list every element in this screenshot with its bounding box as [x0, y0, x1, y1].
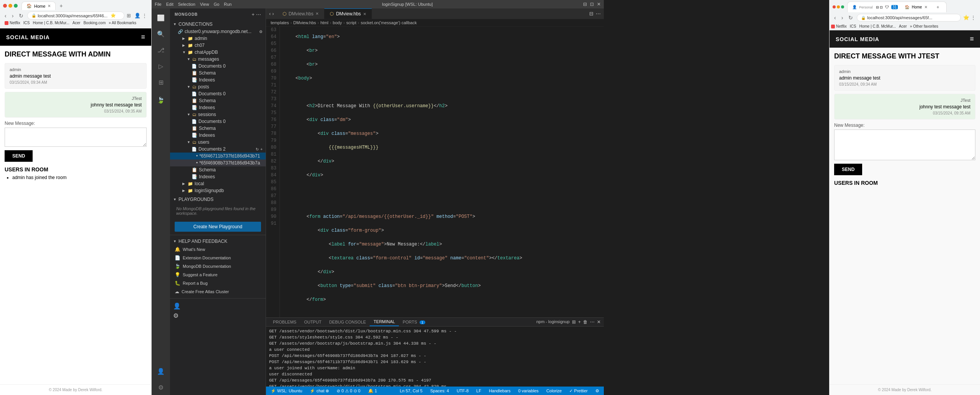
docs-messages[interactable]: 📄 Documents 0 [170, 63, 266, 70]
status-chat[interactable]: ⚡ chat ⊗ [308, 388, 331, 393]
extensions-icon[interactable]: ⊞ [127, 13, 133, 19]
tab-problems[interactable]: PROBLEMS [269, 318, 300, 326]
max-btn[interactable] [841, 5, 844, 8]
add-icon[interactable]: + [260, 147, 263, 151]
menu-go[interactable]: Go [214, 2, 220, 7]
forward-button[interactable]: › [10, 12, 15, 20]
activity-debug-icon[interactable]: ▷ [153, 58, 169, 74]
sidebar-action-icon[interactable]: + [251, 12, 255, 17]
code-content[interactable]: <html lang="en"> <br> <br> <body> <h2>Di… [280, 27, 604, 317]
refresh-icon[interactable]: ↻ [256, 147, 259, 151]
minimize-icon[interactable]: ⊟ [583, 2, 587, 7]
hamburger-menu-icon[interactable]: ≡ [970, 35, 974, 43]
help-whats-new[interactable]: 🔔 What's New [170, 245, 266, 254]
record-1[interactable]: • *65f46711b737fd186d943b71 [170, 153, 266, 159]
terminal-content[interactable]: GET /assets/vendor/bootswatch/dist/lux/b… [266, 327, 604, 387]
browser-tab-home[interactable]: 🏠 Home ✕ [21, 2, 56, 10]
settings-icon[interactable]: ⋮ [971, 15, 977, 21]
more-terminal-icon[interactable]: ⋯ [590, 319, 595, 325]
tab-home-right[interactable]: 🏠 Home ✕ [900, 3, 932, 11]
db-admin[interactable]: ▶ 📁 admin [170, 35, 266, 42]
status-errors[interactable]: ⊘ 0 ⚠ 0 ⊙ 0 [335, 388, 362, 393]
close-btn[interactable] [833, 5, 836, 8]
split-terminal-icon[interactable]: ⊞ [572, 319, 576, 325]
reload-button[interactable]: ↻ [17, 12, 25, 20]
browser-tab-home-right[interactable]: 👤 Personal ⊟ ⊡ 🛡 31 🏠 Home ✕ + [847, 2, 947, 12]
min-btn[interactable] [837, 5, 840, 8]
bookmark-all[interactable]: » All Bookmarks [109, 21, 136, 25]
close-icon[interactable]: ✕ [924, 5, 927, 9]
status-notifs[interactable]: 🔔 1 [367, 388, 378, 393]
help-suggest-feature[interactable]: 💡 Suggest a Feature [170, 271, 266, 279]
collection-users[interactable]: ▼ 🗂 users [170, 139, 266, 146]
indexes-posts[interactable]: 📑 Indexes [170, 104, 266, 111]
reload-button[interactable]: ↻ [847, 14, 854, 22]
breadcrumb-dmview[interactable]: DMview.hbs [293, 20, 316, 25]
status-ln-col[interactable]: Ln 57, Col 5 [398, 388, 424, 393]
db-ch07[interactable]: ▶ 📁 ch07 [170, 42, 266, 49]
db-chatappdb[interactable]: ▼ 📁 chatAppDB [170, 49, 266, 56]
activity-account-icon[interactable]: 👤 [153, 363, 169, 379]
breadcrumb-body[interactable]: body [333, 20, 342, 25]
bookmark-acer[interactable]: Acer [73, 21, 81, 25]
playgrounds-header[interactable]: ▼ PLAYGROUNDS [170, 196, 266, 203]
indexes-sessions[interactable]: 📑 Indexes [170, 132, 266, 139]
more-actions-icon[interactable]: ⋯ [596, 11, 601, 17]
settings-icon-item[interactable]: ⚙ [170, 311, 266, 320]
close-terminal-icon[interactable]: ✕ [597, 319, 601, 325]
tab-close-icon[interactable]: ✕ [363, 12, 366, 16]
activity-explorer-icon[interactable]: ⬜ [153, 10, 169, 25]
connections-header[interactable]: ▼ CONNECTIONS [170, 20, 266, 28]
status-colorize[interactable]: Colorize [545, 388, 563, 393]
menu-file[interactable]: File [155, 2, 162, 7]
activity-settings-icon[interactable]: ⚙ [153, 380, 169, 395]
docs-posts[interactable]: 📄 Documents 0 [170, 90, 266, 97]
breadcrumb-script[interactable]: script [346, 20, 356, 25]
forward-icon[interactable]: › [272, 11, 274, 17]
new-tab-button[interactable]: + [57, 2, 65, 10]
tab-output[interactable]: OUTPUT [300, 318, 325, 326]
maximize-icon[interactable]: ⊡ [590, 2, 594, 7]
status-variables[interactable]: 0 variables [517, 388, 540, 393]
breadcrumb-templates[interactable]: templates [271, 20, 289, 25]
add-terminal-icon[interactable]: + [578, 319, 581, 325]
close-icon[interactable]: ✕ [48, 4, 51, 8]
activity-search-icon[interactable]: 🔍 [153, 26, 169, 41]
bookmark-booking[interactable]: Booking.com [83, 21, 106, 25]
star-icon[interactable]: ⭐ [963, 15, 969, 21]
tab-debug[interactable]: DEBUG CONSOLE [325, 318, 370, 326]
create-playground-button[interactable]: Create New Playground [175, 222, 261, 232]
address-bar[interactable]: 🔒 localhost:3000/api/messages/65f46... ⭐ [27, 12, 124, 20]
connection-item[interactable]: 🔗 cluster0.ynuwarp.mongodb.net... ⚙ [170, 28, 266, 35]
bookmark-netflix[interactable]: Netflix [5, 21, 20, 25]
bookmark-home[interactable]: Home | C.B. McMur... [33, 21, 69, 25]
sidebar-overflow-icon[interactable]: ⋯ [256, 12, 261, 17]
collection-posts[interactable]: ▼ 🗂 posts [170, 83, 266, 90]
close-icon[interactable]: ✕ [597, 2, 601, 7]
menu-view[interactable]: View [200, 2, 209, 7]
bookmark-acer[interactable]: Acer [899, 24, 907, 28]
docs-sessions[interactable]: 📄 Documents 0 [170, 118, 266, 125]
activity-extensions-icon[interactable]: ⊞ [153, 75, 169, 90]
status-language[interactable]: Handlebars [488, 388, 512, 393]
hamburger-menu-icon[interactable]: ≡ [141, 33, 145, 41]
bookmark-netflix[interactable]: Netflix [831, 24, 847, 28]
schema-posts[interactable]: 📋 Schema [170, 97, 266, 104]
help-header[interactable]: ▼ HELP AND FEEDBACK [170, 237, 266, 245]
schema-users[interactable]: 📋 Schema [170, 166, 266, 173]
indexes-users[interactable]: 📑 Indexes [170, 173, 266, 180]
bookmark-other[interactable]: » Other favorites [910, 24, 938, 28]
bookmark-ics[interactable]: ICS [23, 21, 30, 25]
split-editor-icon[interactable]: ⊟ [589, 11, 593, 17]
record-2[interactable]: • *65f46908b737fd186d943b7a [170, 159, 266, 166]
breadcrumb-html[interactable]: html [321, 20, 329, 25]
profile-icon[interactable]: 👤 [134, 13, 140, 19]
send-button[interactable]: SEND [5, 150, 33, 162]
indexes-messages[interactable]: 📑 Indexes [170, 76, 266, 83]
menu-run[interactable]: Run [224, 2, 231, 7]
account-icon-item[interactable]: 👤 [170, 302, 266, 310]
right-send-button[interactable]: SEND [834, 164, 862, 175]
status-encoding[interactable]: UTF-8 [455, 388, 470, 393]
help-report-bug[interactable]: 🐛 Report a Bug [170, 279, 266, 287]
tab-terminal[interactable]: TERMINAL [370, 318, 399, 326]
